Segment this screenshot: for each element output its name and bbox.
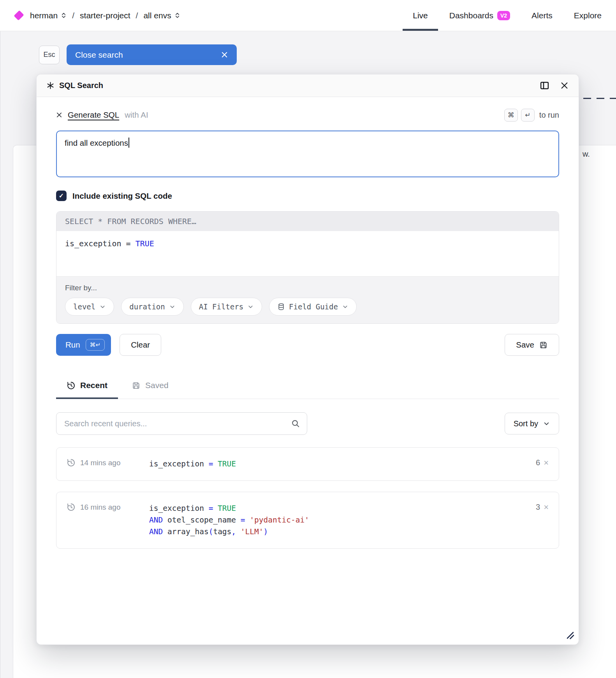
left-edge-divider xyxy=(0,31,0,678)
sparkle-asterisk-icon xyxy=(47,82,54,89)
breadcrumb-separator: / xyxy=(72,11,74,20)
ai-prompt-text: find all exceptions xyxy=(65,138,128,147)
close-search-bar: Esc Close search xyxy=(39,44,237,65)
sql-token: , xyxy=(231,527,240,536)
tab-recent[interactable]: Recent xyxy=(56,381,118,399)
generate-sql-link[interactable]: Generate SQL xyxy=(68,110,119,120)
filter-chip-label: duration xyxy=(129,302,165,311)
sql-editor-code[interactable]: is_exception = TRUE xyxy=(56,231,559,276)
sql-token: ) xyxy=(264,527,268,536)
updown-icon xyxy=(61,12,67,19)
database-icon xyxy=(277,303,285,311)
v2-badge: V2 xyxy=(497,11,510,20)
generate-sql-row: Generate SQL with AI ⌘ ↵ to run xyxy=(56,107,559,123)
sql-token: is_exception xyxy=(149,459,209,468)
query-sql-line: AND array_has(tags, 'LLM') xyxy=(149,526,309,538)
sql-editor: SELECT * FROM RECORDS WHERE… is_exceptio… xyxy=(56,211,559,324)
save-button[interactable]: Save xyxy=(505,334,559,356)
environment-selector[interactable]: all envs xyxy=(143,11,180,20)
sql-token: is_exception xyxy=(149,504,209,513)
nav-tab-explore-label: Explore xyxy=(574,11,602,20)
close-search-button[interactable]: Close search xyxy=(67,44,237,65)
clear-button[interactable]: Clear xyxy=(120,334,161,356)
clipped-background-text: w. xyxy=(583,150,590,159)
sql-token: is_exception = xyxy=(65,239,136,248)
dock-panel-icon[interactable] xyxy=(540,81,549,90)
filter-chip-level[interactable]: level xyxy=(65,298,114,316)
project-link[interactable]: starter-project xyxy=(80,11,130,20)
query-timestamp: 16 mins ago xyxy=(80,503,121,512)
history-icon xyxy=(67,381,76,390)
sort-by-button[interactable]: Sort by xyxy=(505,413,559,434)
nav-tab-dashboards[interactable]: Dashboards V2 xyxy=(449,0,510,31)
resize-handle[interactable] xyxy=(565,630,575,641)
actions-row: Run ⌘↵ Clear Save xyxy=(56,334,559,356)
nav-tab-alerts[interactable]: Alerts xyxy=(532,0,553,31)
run-button[interactable]: Run ⌘↵ xyxy=(56,334,111,356)
tab-saved[interactable]: Saved xyxy=(121,381,179,399)
include-sql-label: Include existing SQL code xyxy=(72,191,172,201)
remove-query-icon[interactable]: × xyxy=(544,503,549,512)
filter-by-label: Filter by... xyxy=(65,284,550,292)
query-run-count: 6 xyxy=(536,458,540,467)
sql-token: TRUE xyxy=(218,459,236,468)
chevron-down-icon xyxy=(247,304,254,310)
search-recent-queries-input[interactable] xyxy=(56,412,307,435)
query-sql: is_exception = TRUEAND otel_scope_name =… xyxy=(149,503,309,538)
with-ai-label: with AI xyxy=(125,110,148,120)
modal-body: Generate SQL with AI ⌘ ↵ to run find all… xyxy=(37,97,579,644)
cmd-keycap: ⌘ xyxy=(504,109,518,122)
sql-token: = xyxy=(209,504,218,513)
nav-tab-live[interactable]: Live xyxy=(413,0,428,31)
recent-query-row[interactable]: 14 mins agois_exception = TRUE6× xyxy=(56,447,559,481)
sql-token: otel_scope_name xyxy=(167,516,241,524)
query-sql-line: is_exception = TRUE xyxy=(149,458,236,470)
sql-token: = xyxy=(209,459,218,468)
esc-keycap: Esc xyxy=(39,46,60,64)
chevron-down-icon xyxy=(169,304,176,310)
close-modal-icon[interactable] xyxy=(560,81,568,90)
query-sql-line: AND otel_scope_name = 'pydantic-ai' xyxy=(149,514,309,526)
breadcrumb-separator: / xyxy=(136,11,138,20)
nav-tab-dashboards-label: Dashboards xyxy=(449,11,493,20)
sql-token: AND xyxy=(149,527,167,536)
include-sql-checkbox-row[interactable]: Include existing SQL code xyxy=(56,191,559,201)
sql-token: ( xyxy=(209,527,213,536)
save-label: Save xyxy=(516,340,534,350)
recent-query-row[interactable]: 16 mins agois_exception = TRUEAND otel_s… xyxy=(56,492,559,549)
sql-search-modal: SQL Search Generate SQL with AI xyxy=(36,74,579,645)
save-floppy-icon xyxy=(539,341,548,350)
chevron-down-icon xyxy=(99,304,106,310)
chevron-down-icon xyxy=(543,420,550,427)
ai-prompt-input[interactable]: find all exceptions xyxy=(56,131,559,177)
filter-chip-ai-filters[interactable]: AI Filters xyxy=(191,298,262,316)
clear-label: Clear xyxy=(131,340,150,350)
environment-name: all envs xyxy=(143,11,171,20)
enter-keycap: ↵ xyxy=(521,109,535,122)
include-sql-checkbox[interactable] xyxy=(56,191,67,201)
nav-tab-explore[interactable]: Explore xyxy=(574,0,602,31)
modal-title: SQL Search xyxy=(59,81,103,90)
logfire-logo-icon xyxy=(14,10,24,20)
close-search-label: Close search xyxy=(75,50,123,60)
org-selector[interactable]: herman xyxy=(30,11,67,20)
query-sql: is_exception = TRUE xyxy=(149,458,236,470)
query-run-count: 3 xyxy=(536,503,540,512)
updown-icon xyxy=(174,12,180,19)
filter-chip-field-guide[interactable]: Field Guide xyxy=(269,298,357,316)
query-sql-line: is_exception = TRUE xyxy=(149,503,309,514)
sql-token: 'LLM' xyxy=(241,527,264,536)
breadcrumb: herman / starter-project / all envs xyxy=(13,11,180,20)
filter-chip-duration[interactable]: duration xyxy=(121,298,184,316)
sql-token: 'pydantic-ai' xyxy=(250,516,309,524)
filter-chip-label: Field Guide xyxy=(289,302,338,311)
sql-token: tags xyxy=(213,527,231,536)
sql-token: AND xyxy=(149,516,167,524)
sql-token: TRUE xyxy=(136,239,154,248)
query-timestamp: 14 mins ago xyxy=(80,459,121,467)
dismiss-ai-icon[interactable] xyxy=(56,112,62,118)
nav-tab-alerts-label: Alerts xyxy=(532,11,553,20)
main-nav: Live Dashboards V2 Alerts Explore xyxy=(413,0,602,31)
remove-query-icon[interactable]: × xyxy=(544,459,549,467)
close-icon xyxy=(221,51,228,58)
